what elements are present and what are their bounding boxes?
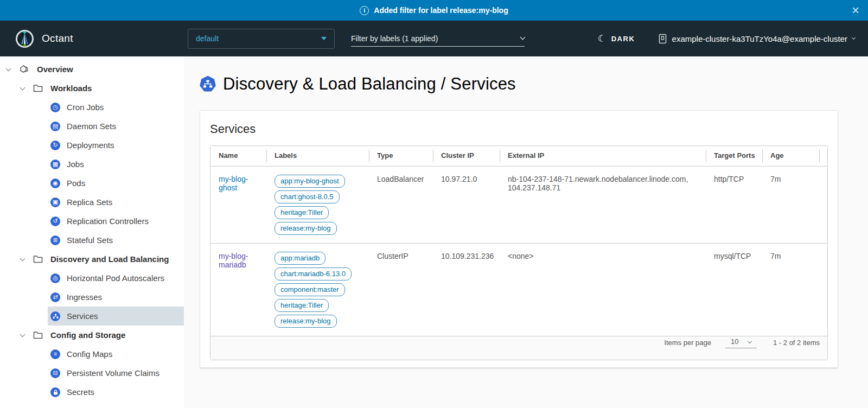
sidebar-item-services[interactable]: Services — [0, 307, 184, 326]
cluster-ip: 10.109.231.236 — [433, 243, 500, 336]
sidebar-item-label: Replication Controllers — [67, 216, 149, 226]
column-header-cluster-ip: Cluster IP — [433, 146, 500, 167]
label-tag[interactable]: heritage:Tiller — [275, 299, 329, 312]
daemon-sets-icon: ▤ — [50, 122, 60, 131]
pods-icon: ◉ — [50, 178, 60, 188]
sidebar-item-horizontal-pod-autoscalers[interactable]: ◎ Horizontal Pod Autoscalers — [0, 269, 184, 288]
sidebar-group-workloads[interactable]: Workloads — [0, 79, 184, 98]
deployments-icon: ↻ — [50, 141, 60, 150]
sidebar-item-secrets[interactable]: Secrets — [0, 382, 184, 401]
sidebar-item-label: Pods — [67, 178, 85, 188]
sidebar-item-label: Overview — [37, 65, 73, 74]
label-tag[interactable]: chart:ghost-8.0.5 — [275, 190, 340, 203]
sidebar-item-pods[interactable]: ◉ Pods — [0, 174, 184, 193]
objects-icon — [19, 64, 29, 74]
sidebar-item-cron-jobs[interactable]: ◷ Cron Jobs — [0, 98, 184, 117]
items-per-page-label: Items per page — [664, 339, 711, 347]
label-tag[interactable]: release:my-blog — [275, 315, 337, 328]
target-ports: mysql/TCP — [706, 243, 763, 336]
target-ports: http/TCP — [706, 167, 763, 243]
sidebar-item-label: Services — [67, 311, 98, 321]
octant-logo-icon — [15, 29, 34, 48]
moon-icon: ☾ — [598, 33, 607, 44]
external-ip: nb-104-237-148-71.newark.nodebalancer.li… — [500, 167, 706, 243]
cluster-name: example-cluster-ka3TuTzYo4a@example-clus… — [672, 34, 847, 43]
age: 7m — [763, 167, 820, 243]
services-icon — [50, 311, 60, 321]
sidebar-item-stateful-sets[interactable]: ≣ Stateful Sets — [0, 231, 184, 250]
services-table: Name Labels Type Cluster IP External IP … — [210, 145, 828, 360]
items-per-page-select[interactable]: 10 — [725, 336, 757, 348]
chevron-down-icon — [748, 339, 752, 343]
chevron-down-icon[interactable] — [20, 331, 25, 337]
label-tag[interactable]: component:master — [275, 283, 345, 296]
label-tag[interactable]: release:my-blog — [275, 222, 337, 235]
namespace-select[interactable]: default — [188, 29, 335, 49]
service-name-link[interactable]: my-blog-ghost — [219, 175, 259, 192]
chevron-down-icon[interactable] — [6, 66, 11, 71]
sidebar-item-label: Secrets — [67, 387, 94, 397]
close-icon[interactable]: × — [852, 3, 859, 17]
namespace-value: default — [196, 34, 219, 43]
main-content: Discovery & Load Balancing / Services Se… — [184, 56, 868, 408]
column-header-external-ip: External IP — [500, 146, 706, 167]
service-name-link[interactable]: my-blog-mariadb — [219, 252, 259, 269]
pagination-range: 1 - 2 of 2 items — [773, 339, 820, 347]
label-tag[interactable]: app:mariadb — [275, 252, 326, 265]
hpa-icon: ◎ — [50, 273, 60, 283]
table-row: my-blog-mariadb app:mariadb chart:mariad… — [210, 243, 827, 336]
sidebar-item-label: Deployments — [67, 141, 114, 150]
sidebar-item-label: Config Maps — [67, 349, 112, 359]
column-header-age: Age — [763, 146, 820, 167]
column-header-spacer — [820, 146, 827, 167]
sidebar-item-label: Horizontal Pod Autoscalers — [67, 273, 164, 283]
sidebar-item-label: Discovery and Load Balancing — [50, 254, 169, 264]
sidebar-group-config-and-storage[interactable]: Config and Storage — [0, 326, 184, 345]
label-tag[interactable]: heritage:Tiller — [275, 206, 329, 219]
sidebar-item-daemon-sets[interactable]: ▤ Daemon Sets — [0, 117, 184, 136]
sidebar-item-replication-controllers[interactable]: ↺ Replication Controllers — [0, 212, 184, 231]
service-heptagon-icon — [200, 76, 216, 92]
page-title-text: Discovery & Load Balancing / Services — [223, 74, 516, 94]
sidebar-item-persistent-volume-claims[interactable]: ⊟ Persistent Volume Claims — [0, 364, 184, 382]
config-maps-icon: ≡ — [50, 349, 60, 359]
sidebar-item-overview[interactable]: Overview — [0, 60, 184, 79]
stateful-sets-icon: ≣ — [50, 235, 60, 245]
sidebar-item-label: Jobs — [67, 160, 84, 169]
replica-sets-icon: ▣ — [50, 197, 60, 207]
column-header-name: Name — [210, 146, 267, 167]
column-header-target-ports: Target Ports — [706, 146, 763, 167]
cron-jobs-icon: ◷ — [50, 103, 60, 112]
sidebar-item-config-maps[interactable]: ≡ Config Maps — [0, 345, 184, 364]
info-icon: i — [360, 6, 369, 15]
chevron-down-icon[interactable] — [20, 256, 25, 261]
sidebar-group-discovery-load-balancing[interactable]: Discovery and Load Balancing — [0, 250, 184, 269]
folder-icon — [33, 84, 43, 92]
label-tag[interactable]: chart:mariadb-6.13.0 — [275, 267, 352, 280]
sidebar-item-deployments[interactable]: ↻ Deployments — [0, 136, 184, 155]
column-header-type: Type — [369, 146, 433, 167]
sidebar-item-label: Persistent Volume Claims — [67, 368, 159, 378]
pvc-icon: ⊟ — [50, 368, 60, 378]
services-card: Services Name Labels Type Cluster IP Ext… — [200, 110, 838, 368]
app-name: Octant — [42, 33, 73, 44]
sidebar-item-replica-sets[interactable]: ▣ Replica Sets — [0, 193, 184, 212]
chevron-down-icon — [852, 36, 856, 40]
chevron-down-icon[interactable] — [20, 85, 25, 90]
cluster-selector[interactable]: example-cluster-ka3TuTzYo4a@example-clus… — [658, 34, 855, 44]
label-tag[interactable]: app:my-blog-ghost — [275, 175, 345, 188]
sidebar-nav: Overview Workloads ◷ Cron Jobs ▤ Daemon … — [0, 56, 184, 408]
chevron-down-icon — [520, 35, 526, 40]
column-header-labels: Labels — [267, 146, 369, 167]
sidebar-item-jobs[interactable]: ▦ Jobs — [0, 155, 184, 174]
external-ip: <none> — [500, 243, 706, 336]
sidebar-item-label: Daemon Sets — [67, 122, 116, 131]
jobs-icon: ▦ — [50, 160, 60, 169]
label-filter-input[interactable]: Filter by labels (1 applied) — [351, 30, 525, 47]
card-title: Services — [210, 122, 828, 136]
service-type: LoadBalancer — [369, 167, 433, 243]
replication-controllers-icon: ↺ — [50, 216, 60, 226]
page-title: Discovery & Load Balancing / Services — [200, 74, 838, 94]
theme-toggle-button[interactable]: ☾ DARK — [598, 33, 635, 44]
sidebar-item-ingresses[interactable]: ⇄ Ingresses — [0, 288, 184, 307]
